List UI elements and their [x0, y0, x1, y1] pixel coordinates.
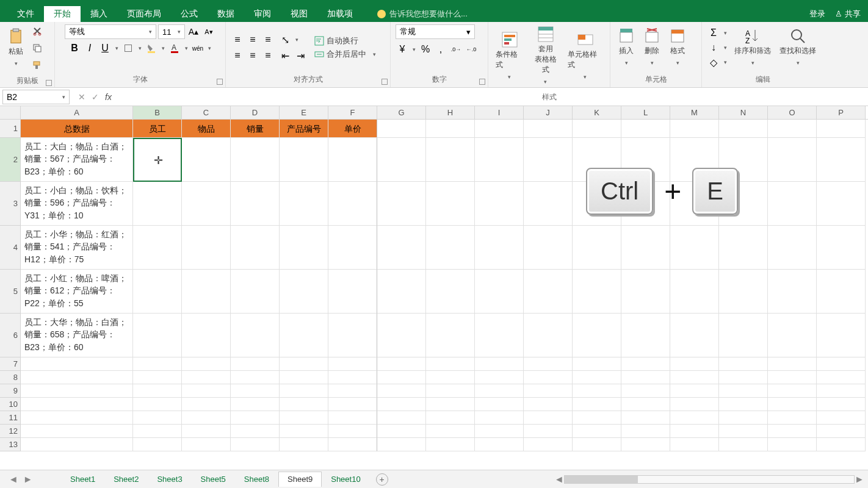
tab-page-layout[interactable]: 页面布局	[117, 6, 171, 22]
cell-M9[interactable]	[670, 384, 719, 398]
cell-H7[interactable]	[426, 357, 475, 371]
copy-button[interactable]	[31, 41, 44, 55]
cell-P1[interactable]	[817, 120, 866, 138]
col-header-L[interactable]: L	[621, 106, 670, 119]
cell-G3[interactable]	[377, 182, 426, 226]
cell-B9[interactable]	[133, 384, 182, 398]
cell-B6[interactable]	[133, 314, 182, 357]
cell-H1[interactable]	[426, 120, 475, 138]
fill-button[interactable]: ↓	[707, 41, 720, 54]
cell-D1[interactable]: 销量	[231, 120, 280, 138]
cell-P3[interactable]	[817, 182, 866, 226]
cell-G13[interactable]	[377, 438, 426, 451]
format-painter-button[interactable]	[31, 59, 44, 72]
cell-N4[interactable]	[719, 226, 768, 270]
cell-K5[interactable]	[573, 270, 621, 314]
cell-A3[interactable]: 员工：小白；物品：饮料；销量：596；产品编号：Y31；单价：10	[21, 182, 133, 226]
decrease-font-button[interactable]: A▾	[202, 25, 215, 38]
cell-K12[interactable]	[573, 425, 621, 438]
cell-B3[interactable]	[133, 182, 182, 226]
cell-E11[interactable]	[280, 411, 328, 425]
cell-E2[interactable]	[280, 138, 328, 182]
cell-I7[interactable]	[475, 357, 524, 371]
cell-N7[interactable]	[719, 357, 768, 371]
cell-B13[interactable]	[133, 438, 182, 451]
cell-P5[interactable]	[817, 270, 866, 314]
accounting-format-button[interactable]: ¥	[396, 43, 409, 56]
cell-M7[interactable]	[670, 357, 719, 371]
cell-M4[interactable]	[670, 226, 719, 270]
col-header-H[interactable]: H	[426, 106, 475, 119]
cell-P10[interactable]	[817, 398, 866, 411]
cell-A4[interactable]: 员工：小华；物品：红酒；销量：541；产品编号：H12；单价：75	[21, 226, 133, 270]
cell-G7[interactable]	[377, 357, 426, 371]
add-sheet-button[interactable]: +	[376, 473, 388, 486]
cell-F1[interactable]: 单价	[328, 120, 377, 138]
cell-A1[interactable]: 总数据	[21, 120, 133, 138]
row-header-4[interactable]: 4	[0, 226, 21, 270]
col-header-F[interactable]: F	[328, 106, 377, 119]
cell-C5[interactable]	[182, 270, 231, 314]
number-launcher[interactable]	[479, 79, 485, 85]
cell-G2[interactable]	[377, 138, 426, 182]
cell-J5[interactable]	[524, 270, 573, 314]
cell-N1[interactable]	[719, 120, 768, 138]
col-header-I[interactable]: I	[475, 106, 524, 119]
cell-A5[interactable]: 员工：小红；物品：啤酒；销量：612；产品编号：P22；单价：55	[21, 270, 133, 314]
col-header-A[interactable]: A	[21, 106, 133, 119]
tab-insert[interactable]: 插入	[81, 6, 117, 22]
cell-N11[interactable]	[719, 411, 768, 425]
cell-L8[interactable]	[621, 371, 670, 384]
sheet-tab-sheet9[interactable]: Sheet9	[278, 472, 322, 487]
col-header-O[interactable]: O	[768, 106, 817, 119]
cell-E9[interactable]	[280, 384, 328, 398]
cell-J7[interactable]	[524, 357, 573, 371]
italic-button[interactable]: I	[83, 41, 96, 55]
merge-center-button[interactable]: 合并后居中▾	[314, 49, 377, 60]
cell-B11[interactable]	[133, 411, 182, 425]
cell-D2[interactable]	[231, 138, 280, 182]
cell-E1[interactable]: 产品编号	[280, 120, 328, 138]
cell-H10[interactable]	[426, 398, 475, 411]
cell-C11[interactable]	[182, 411, 231, 425]
cell-I11[interactable]	[475, 411, 524, 425]
cell-B1[interactable]: 员工	[133, 120, 182, 138]
cell-I13[interactable]	[475, 438, 524, 451]
row-header-2[interactable]: 2	[0, 138, 21, 182]
row-header-9[interactable]: 9	[0, 384, 21, 398]
clipboard-launcher[interactable]	[46, 80, 52, 86]
cell-N5[interactable]	[719, 270, 768, 314]
cell-A9[interactable]	[21, 384, 133, 398]
col-header-G[interactable]: G	[377, 106, 426, 119]
cell-O6[interactable]	[768, 314, 817, 357]
sheet-tab-sheet8[interactable]: Sheet8	[235, 472, 278, 487]
col-header-E[interactable]: E	[280, 106, 328, 119]
cell-K1[interactable]	[573, 120, 621, 138]
cell-L13[interactable]	[621, 438, 670, 451]
row-header-12[interactable]: 12	[0, 425, 21, 438]
comma-button[interactable]: ,	[434, 43, 447, 56]
cell-E10[interactable]	[280, 398, 328, 411]
cell-A11[interactable]	[21, 411, 133, 425]
cell-C2[interactable]	[182, 138, 231, 182]
cell-D12[interactable]	[231, 425, 280, 438]
cell-C10[interactable]	[182, 398, 231, 411]
cell-F4[interactable]	[328, 226, 377, 270]
cell-C6[interactable]	[182, 314, 231, 357]
cell-O12[interactable]	[768, 425, 817, 438]
col-header-N[interactable]: N	[719, 106, 768, 119]
cell-O13[interactable]	[768, 438, 817, 451]
cell-N10[interactable]	[719, 398, 768, 411]
cell-B12[interactable]	[133, 425, 182, 438]
cell-J4[interactable]	[524, 226, 573, 270]
cell-O5[interactable]	[768, 270, 817, 314]
sheet-tab-sheet3[interactable]: Sheet3	[148, 472, 191, 487]
cell-G4[interactable]	[377, 226, 426, 270]
cell-G11[interactable]	[377, 411, 426, 425]
cell-P4[interactable]	[817, 226, 866, 270]
row-header-11[interactable]: 11	[0, 411, 21, 425]
cell-E5[interactable]	[280, 270, 328, 314]
cell-B8[interactable]	[133, 371, 182, 384]
delete-cells-button[interactable]: 删除▾	[641, 26, 663, 70]
cell-D5[interactable]	[231, 270, 280, 314]
